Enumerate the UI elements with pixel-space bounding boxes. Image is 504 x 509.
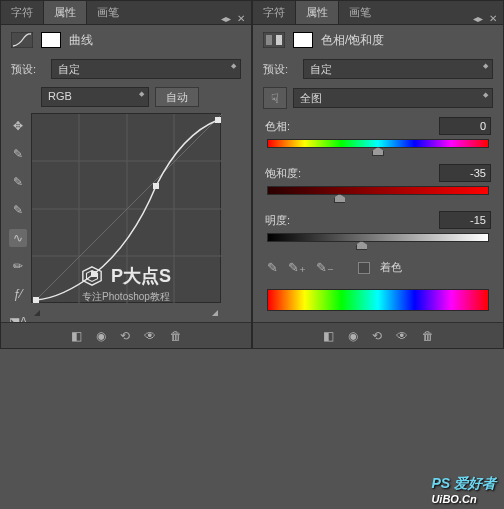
preset-select[interactable]: 自定 xyxy=(51,59,241,79)
eyedropper-add-icon[interactable]: ✎₊ xyxy=(288,260,306,275)
clip-to-layer-icon[interactable]: ◧ xyxy=(71,329,82,343)
panel-footer: ◧ ◉ ⟲ 👁 🗑 xyxy=(1,322,251,348)
gray-eyedropper-icon[interactable]: ✎ xyxy=(9,173,27,191)
preset-label: 预设: xyxy=(263,62,297,77)
eyedropper-icon[interactable]: ✎ xyxy=(267,260,278,275)
lightness-label: 明度: xyxy=(265,213,290,228)
auto-button[interactable]: 自动 xyxy=(155,87,199,107)
svg-marker-14 xyxy=(83,267,101,285)
layer-mask-thumb[interactable] xyxy=(41,32,61,48)
reset-icon[interactable]: ⟲ xyxy=(120,329,130,343)
svg-rect-18 xyxy=(276,35,282,45)
tab-bar: 字符 属性 画笔 ◂▸ ✕ xyxy=(1,1,251,25)
tab-properties[interactable]: 属性 xyxy=(295,0,339,24)
site-watermark: PS 爱好者 UiBO.Cn xyxy=(431,475,496,505)
curves-adjustment-icon xyxy=(11,31,33,49)
curves-tools: ✥ ✎ ✎ ✎ ∿ ✏ ƒ⁄ ⬔A xyxy=(9,111,31,348)
view-previous-icon[interactable]: ◉ xyxy=(348,329,358,343)
lightness-field[interactable] xyxy=(439,211,491,229)
svg-rect-17 xyxy=(266,35,272,45)
tab-character[interactable]: 字符 xyxy=(253,1,295,24)
preset-select[interactable]: 自定 xyxy=(303,59,493,79)
tab-character[interactable]: 字符 xyxy=(1,1,43,24)
hue-slider[interactable] xyxy=(267,139,489,148)
colorize-label: 着色 xyxy=(380,260,402,275)
on-image-tool-icon[interactable]: ✥ xyxy=(9,117,27,135)
tab-brush[interactable]: 画笔 xyxy=(87,1,129,24)
close-icon[interactable]: ✕ xyxy=(489,13,497,24)
hsl-panel: 字符 属性 画笔 ◂▸ ✕ 色相/饱和度 预设: 自定 ☟ 全图 色相: xyxy=(252,0,504,349)
hue-field[interactable] xyxy=(439,117,491,135)
hue-spectrum-top xyxy=(267,289,489,311)
targeted-adjust-icon[interactable]: ☟ xyxy=(263,87,287,109)
range-select[interactable]: 全图 xyxy=(293,88,493,108)
svg-marker-13 xyxy=(212,310,218,316)
lightness-slider[interactable] xyxy=(267,233,489,242)
preset-label: 预设: xyxy=(11,62,45,77)
svg-marker-15 xyxy=(86,271,97,282)
eyedropper-subtract-icon[interactable]: ✎₋ xyxy=(316,260,334,275)
clip-to-layer-icon[interactable]: ◧ xyxy=(323,329,334,343)
brand-logo-icon xyxy=(81,265,103,287)
collapse-icon[interactable]: ◂▸ xyxy=(221,13,231,24)
tab-brush[interactable]: 画笔 xyxy=(339,1,381,24)
collapse-icon[interactable]: ◂▸ xyxy=(473,13,483,24)
svg-rect-10 xyxy=(153,183,159,189)
layer-mask-thumb[interactable] xyxy=(293,32,313,48)
curves-panel: 字符 属性 画笔 ◂▸ ✕ 曲线 预设: 自定 RGB 自动 ✥ ✎ xyxy=(0,0,252,349)
close-icon[interactable]: ✕ xyxy=(237,13,245,24)
saturation-label: 饱和度: xyxy=(265,166,301,181)
panel-title: 色相/饱和度 xyxy=(321,32,384,49)
panel-title: 曲线 xyxy=(69,32,93,49)
tab-properties[interactable]: 属性 xyxy=(43,0,87,24)
hsl-adjustment-icon xyxy=(263,31,285,49)
svg-rect-11 xyxy=(215,117,221,123)
colorize-checkbox[interactable] xyxy=(358,262,370,274)
saturation-field[interactable] xyxy=(439,164,491,182)
brand-watermark: P大点S 专注Photoshop教程 xyxy=(1,264,251,304)
reset-icon[interactable]: ⟲ xyxy=(372,329,382,343)
black-eyedropper-icon[interactable]: ✎ xyxy=(9,145,27,163)
channel-select[interactable]: RGB xyxy=(41,87,149,107)
visibility-icon[interactable]: 👁 xyxy=(144,329,156,343)
visibility-icon[interactable]: 👁 xyxy=(396,329,408,343)
trash-icon[interactable]: 🗑 xyxy=(170,329,182,343)
view-previous-icon[interactable]: ◉ xyxy=(96,329,106,343)
tab-bar: 字符 属性 画笔 ◂▸ ✕ xyxy=(253,1,503,25)
trash-icon[interactable]: 🗑 xyxy=(422,329,434,343)
point-curve-icon[interactable]: ∿ xyxy=(9,229,27,247)
hue-label: 色相: xyxy=(265,119,290,134)
svg-marker-12 xyxy=(34,310,40,316)
white-eyedropper-icon[interactable]: ✎ xyxy=(9,201,27,219)
saturation-slider[interactable] xyxy=(267,186,489,195)
panel-footer: ◧ ◉ ⟲ 👁 🗑 xyxy=(253,322,503,348)
